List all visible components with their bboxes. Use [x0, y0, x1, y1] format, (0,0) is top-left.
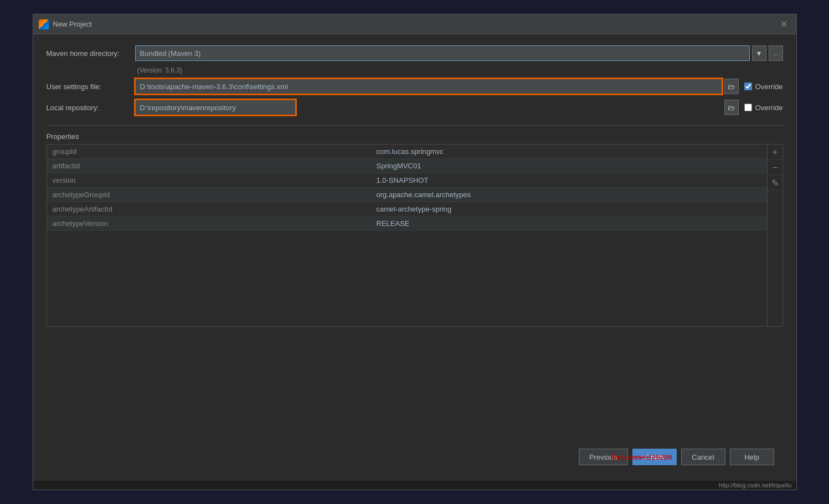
- user-settings-override-checkbox[interactable]: [744, 83, 752, 90]
- property-value: com.lucas.springmvc: [371, 145, 767, 159]
- property-key: groupId: [47, 145, 371, 159]
- url-bar: http://blog.csdn.net/lrqueliu: [33, 481, 796, 490]
- property-key: archetypeVersion: [47, 217, 371, 231]
- add-property-button[interactable]: +: [768, 145, 783, 160]
- user-settings-input[interactable]: [135, 79, 722, 94]
- property-key: version: [47, 173, 371, 188]
- local-repo-label: Local repository:: [47, 104, 135, 112]
- edit-icon: ✎: [771, 178, 779, 188]
- local-repo-control: 🗁 Override: [135, 100, 783, 115]
- property-value: camel-archetype-spring: [371, 202, 767, 217]
- property-value: org.apache.camel.archetypes: [371, 188, 767, 202]
- table-row[interactable]: groupId com.lucas.springmvc: [47, 145, 767, 159]
- folder-icon: 🗁: [728, 104, 735, 112]
- table-row[interactable]: archetypeVersion RELEASE: [47, 217, 767, 231]
- user-settings-browse-button[interactable]: 🗁: [724, 79, 739, 94]
- dialog-title: New Project: [53, 20, 777, 28]
- property-value: RELEASE: [371, 217, 767, 231]
- local-repo-override-label[interactable]: Override: [755, 104, 783, 112]
- minus-icon: −: [773, 163, 777, 173]
- plus-icon: +: [773, 147, 777, 157]
- properties-table: groupId com.lucas.springmvc artifactId S…: [47, 145, 767, 231]
- table-row[interactable]: archetypeGroupId org.apache.camel.archet…: [47, 188, 767, 202]
- table-row[interactable]: artifactId SpringMVC01: [47, 159, 767, 173]
- remove-property-button[interactable]: −: [768, 160, 783, 176]
- property-key: artifactId: [47, 159, 371, 173]
- user-settings-override-label[interactable]: Override: [755, 83, 783, 91]
- app-icon: [39, 19, 49, 29]
- ellipsis-icon: ...: [773, 50, 778, 56]
- title-bar: New Project ✕: [33, 14, 796, 34]
- table-row[interactable]: version 1.0-SNAPSHOT: [47, 173, 767, 188]
- maven-version-text: (Version: 3.6.3): [137, 66, 783, 74]
- chevron-down-icon: ▼: [755, 49, 763, 58]
- maven-home-dropdown-button[interactable]: ▼: [752, 45, 766, 61]
- cancel-button[interactable]: Cancel: [681, 449, 725, 465]
- property-key: archetypeArtifactId: [47, 202, 371, 217]
- new-project-dialog: New Project ✕ Maven home directory: ▼ ..…: [33, 14, 797, 490]
- properties-label: Properties: [47, 132, 783, 141]
- property-key: archetypeGroupId: [47, 188, 371, 202]
- user-settings-row: User settings file: 🗁 Override: [47, 79, 783, 94]
- local-repo-row: Local repository: 🗁 Override: [47, 100, 783, 115]
- local-repo-override-checkbox[interactable]: [744, 104, 752, 111]
- user-settings-label: User settings file:: [47, 83, 135, 91]
- properties-table-container: groupId com.lucas.springmvc artifactId S…: [47, 144, 783, 327]
- watermark-text: By-Lucas-6125220: [611, 453, 672, 461]
- table-row[interactable]: archetypeArtifactId camel-archetype-spri…: [47, 202, 767, 217]
- property-value: 1.0-SNAPSHOT: [371, 173, 767, 188]
- close-button[interactable]: ✕: [777, 19, 791, 30]
- dialog-content: Maven home directory: ▼ ... (Version: 3.…: [33, 34, 796, 481]
- local-repo-input[interactable]: [135, 100, 296, 115]
- footer: By-Lucas-6125220 Previous Finish Cancel …: [47, 442, 783, 472]
- folder-icon: 🗁: [728, 83, 735, 91]
- property-value: SpringMVC01: [371, 159, 767, 173]
- help-button[interactable]: Help: [730, 449, 774, 465]
- maven-home-control: ▼ ...: [135, 45, 783, 61]
- maven-home-browse-button[interactable]: ...: [769, 45, 783, 61]
- local-repo-browse-button[interactable]: 🗁: [724, 100, 739, 115]
- maven-home-row: Maven home directory: ▼ ...: [47, 45, 783, 61]
- maven-home-label: Maven home directory:: [47, 49, 135, 58]
- url-text: http://blog.csdn.net/lrqueliu: [719, 482, 791, 488]
- properties-table-scroll: groupId com.lucas.springmvc artifactId S…: [47, 145, 767, 326]
- bottom-spacer: [47, 327, 783, 442]
- separator: [47, 125, 783, 126]
- table-actions-panel: + − ✎: [767, 145, 782, 326]
- user-settings-override-wrap: Override: [744, 83, 783, 91]
- edit-property-button[interactable]: ✎: [768, 176, 783, 191]
- user-settings-control: 🗁 Override: [135, 79, 783, 94]
- maven-home-input[interactable]: [135, 45, 750, 61]
- local-repo-override-wrap: Override: [744, 104, 783, 112]
